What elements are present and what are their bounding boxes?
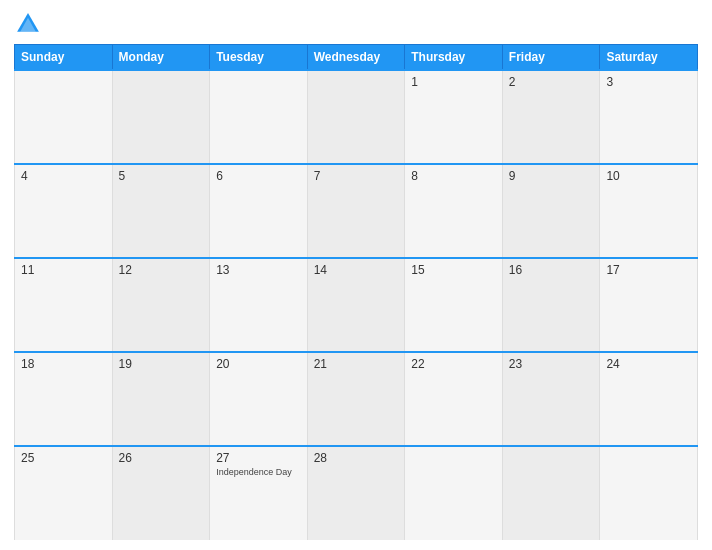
- calendar-weekday-header: Thursday: [405, 45, 503, 71]
- calendar-weekday-header: Monday: [112, 45, 210, 71]
- day-number: 1: [411, 75, 496, 89]
- day-number: 10: [606, 169, 691, 183]
- calendar-day-cell: [307, 70, 405, 164]
- day-number: 13: [216, 263, 301, 277]
- calendar-day-cell: [112, 70, 210, 164]
- calendar-day-cell: 20: [210, 352, 308, 446]
- calendar-day-cell: 15: [405, 258, 503, 352]
- calendar-day-cell: 13: [210, 258, 308, 352]
- calendar-week-row: 45678910: [15, 164, 698, 258]
- calendar-weekday-header: Saturday: [600, 45, 698, 71]
- calendar-header-row: SundayMondayTuesdayWednesdayThursdayFrid…: [15, 45, 698, 71]
- day-number: 18: [21, 357, 106, 371]
- day-number: 24: [606, 357, 691, 371]
- day-number: 22: [411, 357, 496, 371]
- calendar-week-row: 18192021222324: [15, 352, 698, 446]
- day-number: 23: [509, 357, 594, 371]
- day-number: 12: [119, 263, 204, 277]
- calendar-weekday-header: Wednesday: [307, 45, 405, 71]
- header: [14, 10, 698, 44]
- calendar-weekday-header: Tuesday: [210, 45, 308, 71]
- calendar-page: SundayMondayTuesdayWednesdayThursdayFrid…: [0, 0, 712, 550]
- day-number: 26: [119, 451, 204, 465]
- calendar-day-cell: [502, 446, 600, 540]
- day-number: 16: [509, 263, 594, 277]
- day-number: 3: [606, 75, 691, 89]
- day-number: 19: [119, 357, 204, 371]
- day-number: 28: [314, 451, 399, 465]
- calendar-day-cell: 25: [15, 446, 113, 540]
- calendar-day-cell: 11: [15, 258, 113, 352]
- calendar-day-cell: 27Independence Day: [210, 446, 308, 540]
- logo-icon: [14, 10, 42, 38]
- calendar-table: SundayMondayTuesdayWednesdayThursdayFrid…: [14, 44, 698, 540]
- calendar-day-cell: 18: [15, 352, 113, 446]
- calendar-day-cell: 6: [210, 164, 308, 258]
- calendar-day-cell: 19: [112, 352, 210, 446]
- calendar-day-cell: 22: [405, 352, 503, 446]
- calendar-day-cell: 10: [600, 164, 698, 258]
- calendar-day-cell: 26: [112, 446, 210, 540]
- calendar-day-cell: [15, 70, 113, 164]
- day-number: 27: [216, 451, 301, 465]
- calendar-week-row: 252627Independence Day28: [15, 446, 698, 540]
- calendar-day-cell: [600, 446, 698, 540]
- day-number: 4: [21, 169, 106, 183]
- day-number: 14: [314, 263, 399, 277]
- day-number: 15: [411, 263, 496, 277]
- calendar-day-cell: 21: [307, 352, 405, 446]
- calendar-day-cell: 14: [307, 258, 405, 352]
- calendar-day-cell: 16: [502, 258, 600, 352]
- day-number: 9: [509, 169, 594, 183]
- day-number: 7: [314, 169, 399, 183]
- day-number: 2: [509, 75, 594, 89]
- calendar-day-cell: 23: [502, 352, 600, 446]
- calendar-week-row: 123: [15, 70, 698, 164]
- calendar-day-cell: 24: [600, 352, 698, 446]
- day-number: 17: [606, 263, 691, 277]
- day-number: 21: [314, 357, 399, 371]
- calendar-day-cell: 9: [502, 164, 600, 258]
- calendar-day-cell: 12: [112, 258, 210, 352]
- calendar-day-cell: 28: [307, 446, 405, 540]
- logo: [14, 10, 44, 38]
- calendar-week-row: 11121314151617: [15, 258, 698, 352]
- holiday-label: Independence Day: [216, 467, 301, 477]
- calendar-day-cell: 7: [307, 164, 405, 258]
- calendar-day-cell: [210, 70, 308, 164]
- day-number: 8: [411, 169, 496, 183]
- calendar-day-cell: 2: [502, 70, 600, 164]
- calendar-day-cell: 3: [600, 70, 698, 164]
- calendar-day-cell: 1: [405, 70, 503, 164]
- calendar-day-cell: 4: [15, 164, 113, 258]
- day-number: 20: [216, 357, 301, 371]
- day-number: 25: [21, 451, 106, 465]
- calendar-day-cell: 17: [600, 258, 698, 352]
- calendar-weekday-header: Friday: [502, 45, 600, 71]
- calendar-day-cell: 8: [405, 164, 503, 258]
- day-number: 5: [119, 169, 204, 183]
- calendar-day-cell: [405, 446, 503, 540]
- calendar-weekday-header: Sunday: [15, 45, 113, 71]
- calendar-day-cell: 5: [112, 164, 210, 258]
- day-number: 11: [21, 263, 106, 277]
- day-number: 6: [216, 169, 301, 183]
